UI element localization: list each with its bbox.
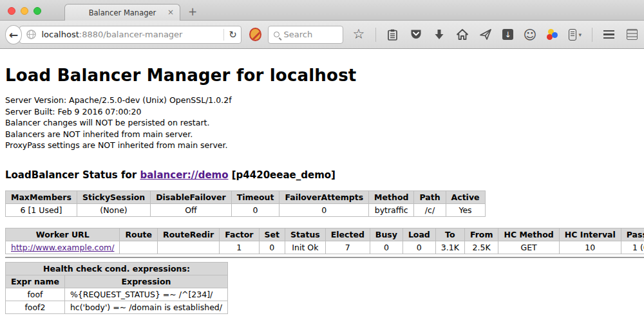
search-bar[interactable]: Search (268, 26, 343, 44)
col-route: Route (120, 228, 158, 241)
reload-icon[interactable]: ↻ (229, 29, 237, 41)
grid-extension-icon[interactable] (626, 28, 639, 41)
search-icon (274, 32, 279, 37)
disablefailover-value: Off (151, 203, 231, 216)
toolbar-divider (375, 28, 376, 42)
col-method: Method (369, 191, 414, 203)
col-busy: Busy (370, 228, 402, 241)
passes-value: 1 (0) (621, 241, 644, 254)
col-worker-url: Worker URL (6, 228, 120, 241)
expression-value: %{REQUEST_STATUS} =~ /^[234]/ (64, 288, 227, 301)
emoji-smiley-icon[interactable]: ☺ (524, 28, 536, 41)
col-expression: Expression (64, 275, 227, 288)
proxypass-note-line: ProxyPass settings are NOT inherited fro… (5, 140, 644, 151)
balancer-header-row: MaxMembers StickySession DisableFailover… (6, 191, 486, 203)
routeredir-value (158, 241, 220, 254)
menu-hamburger-icon[interactable] (603, 28, 616, 41)
chevron-down-icon[interactable]: ▾ (578, 32, 582, 38)
from-value: 2.5K (464, 241, 498, 254)
tab-close-icon[interactable]: × (167, 8, 174, 17)
maxmembers-value: 6 [1 Used] (6, 203, 77, 216)
zoom-window-button[interactable] (33, 7, 41, 15)
worker-header-row: Worker URL Route RouteRedir Factor Set S… (6, 228, 644, 241)
content-blocked-icon[interactable] (249, 28, 261, 41)
col-timeout: Timeout (231, 191, 279, 203)
col-passes: Passes (621, 228, 644, 241)
expression-value: hc('body') =~ /domain is established/ (64, 301, 227, 313)
health-row-foof: foof %{REQUEST_STATUS} =~ /^[234]/ (6, 288, 228, 301)
extension-download-icon[interactable]: ↓ (502, 29, 513, 40)
col-path: Path (414, 191, 446, 203)
col-disablefailover: DisableFailover (151, 191, 231, 203)
set-value: 0 (259, 241, 285, 254)
col-failoverattempts: FailoverAttempts (279, 191, 369, 203)
toolbar-divider-2 (592, 28, 592, 42)
bookmark-star-icon[interactable]: ☆ (352, 28, 365, 41)
col-elected: Elected (325, 228, 370, 241)
tab-title: Balancer Manager (89, 8, 156, 17)
loadbalancer-status-heading: LoadBalancer Status for balancer://demo … (5, 169, 644, 181)
colored-dots-icon[interactable] (547, 29, 558, 41)
health-check-table: Health check cond. expressions: Expr nam… (5, 262, 228, 314)
col-hc-method: HC Method (498, 228, 559, 241)
send-plane-icon[interactable] (479, 28, 492, 41)
col-hc-interval: HC Interval (559, 228, 621, 241)
col-status: Status (285, 228, 326, 241)
expr-name-value: foof2 (6, 301, 65, 313)
divider-rule-1 (5, 257, 644, 258)
hc-method-value: GET (498, 241, 559, 254)
container-icon[interactable]: ▾ (569, 28, 582, 41)
url-text[interactable]: localhost:8880/balancer-manager (41, 30, 219, 39)
worker-url-link[interactable]: http://www.example.com/ (11, 243, 114, 252)
minimize-window-button[interactable] (21, 7, 28, 15)
worker-data-row: http://www.example.com/ 1 0 Init Ok 7 0 … (6, 241, 644, 254)
col-active: Active (446, 191, 485, 203)
new-tab-button[interactable]: + (188, 5, 197, 18)
col-expr-name: Expr name (6, 275, 65, 288)
health-caption-row: Health check cond. expressions: (6, 262, 228, 275)
tab-bar: Balancer Manager × + (0, 0, 644, 21)
pocket-icon[interactable] (410, 28, 422, 41)
clipboard-icon[interactable] (386, 28, 399, 41)
health-header-row: Expr name Expression (6, 275, 228, 288)
navigation-toolbar: ← localhost:8880/balancer-manager ↻ Sear… (0, 21, 644, 49)
health-row-foof2: foof2 hc('body') =~ /domain is establish… (6, 301, 228, 313)
server-version-line: Server Version: Apache/2.5.0-dev (Unix) … (5, 95, 644, 106)
timeout-value: 0 (231, 203, 279, 216)
close-window-button[interactable] (8, 7, 15, 15)
balancer-summary-table: MaxMembers StickySession DisableFailover… (5, 191, 486, 217)
elected-value: 7 (325, 241, 370, 254)
inherit-note-line: Balancers are NOT inherited from main se… (5, 129, 644, 140)
status-suffix: [p4420eeae_demo] (229, 169, 336, 181)
stickysession-value: (None) (77, 203, 150, 216)
col-load: Load (402, 228, 435, 241)
browser-chrome: Balancer Manager × + ← localhost:8880/ba… (0, 0, 644, 49)
busy-value: 0 (370, 241, 402, 254)
url-domain: localhost (41, 30, 79, 39)
back-button[interactable]: ← (5, 25, 22, 44)
home-icon[interactable] (456, 28, 469, 41)
balancer-demo-link[interactable]: balancer://demo (140, 169, 228, 181)
server-built-line: Server Built: Feb 9 2016 07:00:20 (5, 106, 644, 118)
balancer-data-row: 6 [1 Used] (None) Off 0 0 bytraffic /c/ … (6, 203, 486, 216)
url-path: :8880/balancer-manager (79, 30, 183, 39)
tab-balancer-manager[interactable]: Balancer Manager × (64, 4, 180, 21)
to-value: 3.1K (435, 241, 464, 254)
route-value (120, 241, 158, 254)
load-value: 0 (402, 241, 435, 254)
status-prefix: LoadBalancer Status for (5, 169, 140, 181)
method-value: bytraffic (369, 203, 414, 216)
active-value: Yes (446, 203, 485, 216)
worker-table: Worker URL Route RouteRedir Factor Set S… (5, 228, 644, 254)
persist-note-line: Balancer changes will NOT be persisted o… (5, 117, 644, 129)
search-placeholder: Search (284, 30, 313, 39)
globe-icon (26, 30, 36, 39)
col-from: From (464, 228, 498, 241)
downloads-icon[interactable] (433, 28, 446, 41)
page-content: Load Balancer Manager for localhost Serv… (0, 49, 644, 316)
col-to: To (435, 228, 464, 241)
status-value: Init Ok (285, 241, 326, 254)
failoverattempts-value: 0 (279, 203, 369, 216)
col-maxmembers: MaxMembers (6, 191, 77, 203)
url-bar[interactable]: localhost:8880/balancer-manager ↻ (19, 26, 241, 44)
